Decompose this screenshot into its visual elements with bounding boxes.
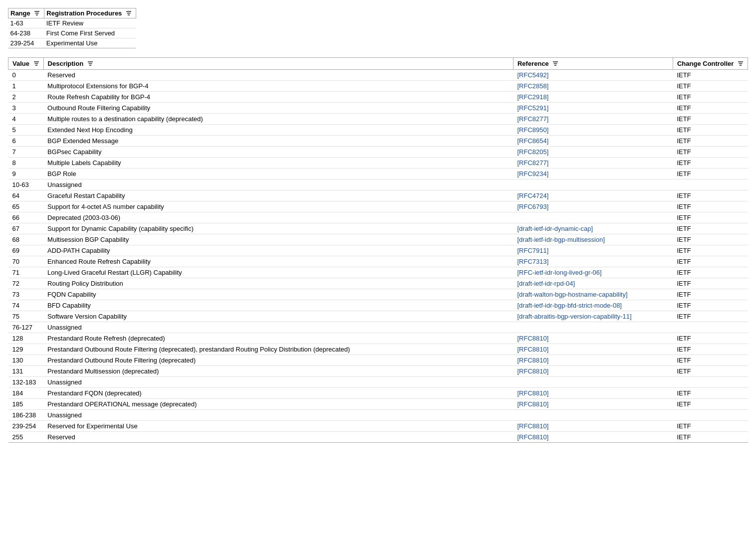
change-controller-cell: IETF: [673, 212, 748, 223]
reg-proc-value: First Come First Served: [44, 28, 136, 38]
reference-link[interactable]: [RFC7911]: [517, 247, 548, 254]
reference-link[interactable]: [draft-walton-bgp-hostname-capability]: [517, 291, 627, 298]
change-controller-cell: IETF: [673, 147, 748, 158]
value-cell: 132-183: [8, 377, 44, 388]
change-controller-cell: IETF: [673, 136, 748, 147]
table-row: 5 Extended Next Hop Encoding [RFC8950] I…: [8, 125, 748, 136]
reference-link[interactable]: [RFC8277]: [517, 159, 548, 167]
change-controller-cell: IETF: [673, 421, 748, 432]
table-row: 186-238 Unassigned: [8, 410, 748, 421]
value-cell: 76-127: [8, 322, 44, 333]
reference-link[interactable]: [draft-abraitis-bgp-version-capability-1…: [517, 313, 631, 320]
reference-link[interactable]: [RFC8810]: [517, 422, 548, 430]
reference-cell: [RFC8810]: [513, 355, 673, 366]
change-controller-cell: IETF: [673, 289, 748, 300]
reference-link[interactable]: [RFC8810]: [517, 400, 548, 408]
description-cell: Prestandard Outbound Route Filtering (de…: [43, 344, 513, 355]
change-controller-cell: IETF: [673, 81, 748, 92]
reference-link[interactable]: [RFC7313]: [517, 258, 548, 265]
table-row: 67 Support for Dynamic Capability (capab…: [8, 223, 748, 234]
change-controller-cell: [673, 322, 748, 333]
range-value: 64-238: [8, 28, 44, 38]
change-controller-cell: IETF: [673, 103, 748, 114]
value-cell: 184: [8, 388, 44, 399]
svg-rect-2: [36, 14, 38, 15]
reference-link[interactable]: [RFC5492]: [517, 71, 548, 79]
change-controller-header: Change Controller: [673, 58, 748, 70]
reference-link[interactable]: [RFC8277]: [517, 115, 548, 123]
change-controller-cell: IETF: [673, 92, 748, 103]
reference-link[interactable]: [draft-ietf-idr-bgp-multisession]: [517, 236, 605, 243]
range-table-row: 1-63 IETF Review: [8, 18, 136, 28]
desc-filter-icon[interactable]: [87, 61, 93, 67]
description-cell: Outbound Route Filtering Capability: [43, 103, 513, 114]
reference-cell: [RFC-ietf-idr-long-lived-gr-06]: [513, 267, 673, 278]
description-cell: BGP Role: [43, 169, 513, 180]
reference-link[interactable]: [RFC8810]: [517, 389, 548, 397]
reference-link[interactable]: [draft-ietf-idr-rpd-04]: [517, 280, 575, 287]
table-row: 7 BGPsec Capability [RFC8205] IETF: [8, 147, 748, 158]
reference-link[interactable]: [RFC8950]: [517, 126, 548, 134]
table-row: 6 BGP Extended Message [RFC8654] IETF: [8, 136, 748, 147]
range-table: Range Registration Procedures: [8, 8, 136, 48]
description-cell: BGP Extended Message: [43, 136, 513, 147]
svg-rect-6: [34, 61, 39, 62]
value-cell: 130: [8, 355, 44, 366]
description-cell: Reserved: [43, 432, 513, 443]
ref-filter-icon[interactable]: [552, 61, 558, 67]
reference-cell: [RFC8205]: [513, 147, 673, 158]
reference-link[interactable]: [RFC8654]: [517, 137, 548, 145]
reference-cell: [draft-ietf-idr-bgp-bfd-strict-mode-08]: [513, 300, 673, 311]
range-table-row: 239-254 Experimental Use: [8, 38, 136, 48]
change-controller-cell: IETF: [673, 311, 748, 322]
reference-cell: [RFC2918]: [513, 92, 673, 103]
reg-proc-filter-icon[interactable]: [126, 10, 132, 16]
reference-link[interactable]: [RFC-ietf-idr-long-lived-gr-06]: [517, 269, 601, 276]
description-cell: Multiple Labels Capability: [43, 158, 513, 169]
change-controller-cell: IETF: [673, 267, 748, 278]
table-row: 65 Support for 4-octet AS number capabil…: [8, 201, 748, 212]
description-cell: Multiprotocol Extensions for BGP-4: [43, 81, 513, 92]
reference-link[interactable]: [RFC8810]: [517, 433, 548, 441]
value-cell: 75: [8, 311, 44, 322]
reference-link[interactable]: [draft-ietf-idr-dynamic-cap]: [517, 225, 593, 232]
description-cell: Unassigned: [43, 180, 513, 190]
change-controller-cell: IETF: [673, 256, 748, 267]
reference-link[interactable]: [RFC8205]: [517, 148, 548, 156]
reference-link[interactable]: [RFC2858]: [517, 82, 548, 90]
reference-link[interactable]: [RFC4724]: [517, 192, 548, 199]
reference-link[interactable]: [RFC5291]: [517, 104, 548, 112]
reference-cell: [RFC7911]: [513, 245, 673, 256]
reference-link[interactable]: [draft-ietf-idr-bgp-bfd-strict-mode-08]: [517, 302, 622, 309]
value-filter-icon[interactable]: [33, 61, 39, 67]
reference-link[interactable]: [RFC8810]: [517, 357, 548, 364]
change-controller-cell: IETF: [673, 432, 748, 443]
cc-filter-icon[interactable]: [738, 61, 744, 67]
description-header: Description: [43, 58, 513, 70]
range-filter-icon[interactable]: [34, 10, 40, 16]
value-cell: 69: [8, 245, 44, 256]
reference-link[interactable]: [RFC2918]: [517, 93, 548, 101]
reference-link[interactable]: [RFC8810]: [517, 335, 548, 342]
reference-cell: [draft-ietf-idr-dynamic-cap]: [513, 223, 673, 234]
change-controller-cell: IETF: [673, 245, 748, 256]
value-cell: 10-63: [8, 180, 44, 190]
reference-link[interactable]: [RFC8810]: [517, 346, 548, 353]
description-cell: Prestandard Outbound Route Filtering (de…: [43, 355, 513, 366]
description-cell: Support for 4-octet AS number capability: [43, 201, 513, 212]
value-cell: 74: [8, 300, 44, 311]
svg-rect-11: [89, 65, 91, 66]
description-cell: Unassigned: [43, 410, 513, 421]
reference-cell: [draft-ietf-idr-bgp-multisession]: [513, 234, 673, 245]
value-cell: 129: [8, 344, 44, 355]
table-row: 255 Reserved [RFC8810] IETF: [8, 432, 748, 443]
value-cell: 5: [8, 125, 44, 136]
reference-cell: [RFC8810]: [513, 388, 673, 399]
reference-link[interactable]: [RFC8810]: [517, 367, 548, 375]
reference-cell: [RFC2858]: [513, 81, 673, 92]
reference-cell: [draft-abraitis-bgp-version-capability-1…: [513, 311, 673, 322]
reference-link[interactable]: [RFC9234]: [517, 170, 548, 178]
reference-link[interactable]: [RFC6793]: [517, 203, 548, 210]
reference-cell: [513, 322, 673, 333]
reference-header: Reference: [513, 58, 673, 70]
